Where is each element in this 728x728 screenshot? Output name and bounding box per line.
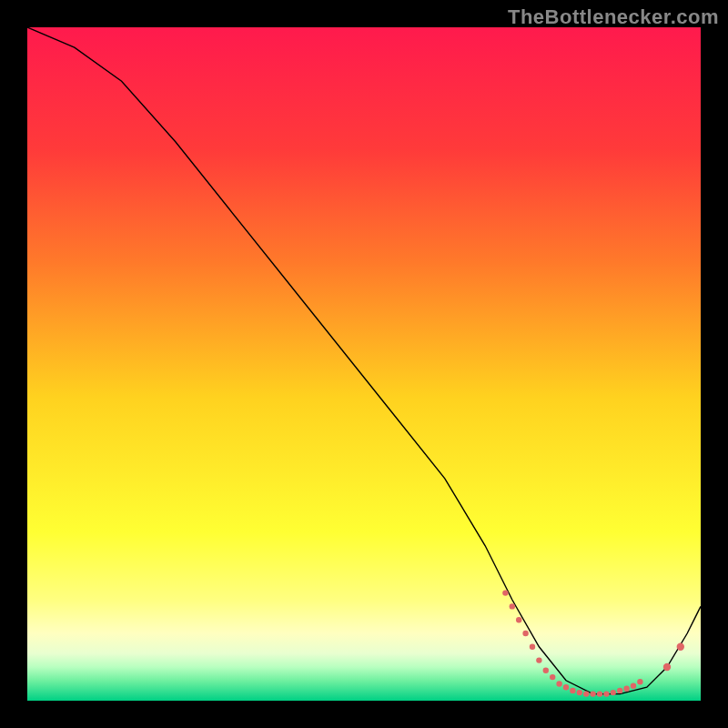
marker-dot — [550, 674, 555, 680]
marker-dot — [570, 688, 575, 693]
plot-area — [27, 27, 701, 701]
marker-dot — [543, 668, 549, 673]
marker-dot — [611, 690, 616, 695]
chart-svg — [27, 27, 701, 701]
marker-dot — [516, 617, 521, 622]
chart-frame: TheBottlenecker.com — [0, 0, 728, 728]
marker-dot — [677, 643, 684, 651]
chart-background — [27, 27, 701, 701]
marker-dot — [597, 691, 602, 696]
marker-dot — [536, 657, 541, 662]
marker-dot — [502, 590, 508, 595]
marker-dot — [510, 603, 515, 609]
marker-dot — [583, 691, 589, 696]
marker-dot — [637, 679, 642, 684]
marker-dot — [556, 681, 561, 686]
marker-dot — [631, 683, 636, 689]
marker-dot — [530, 644, 535, 650]
marker-dot — [563, 684, 569, 690]
marker-dot — [522, 631, 528, 636]
marker-dot — [577, 690, 582, 695]
marker-dot — [617, 688, 622, 693]
marker-dot — [623, 685, 629, 691]
watermark-text: TheBottlenecker.com — [508, 5, 719, 29]
marker-dot — [590, 691, 595, 696]
marker-dot — [603, 691, 609, 696]
marker-dot — [663, 663, 671, 671]
